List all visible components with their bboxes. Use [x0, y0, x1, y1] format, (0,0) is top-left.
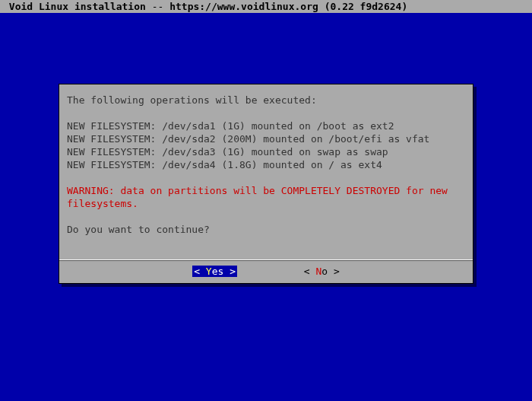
title-label: Void Linux installation [9, 1, 146, 12]
title-version: (0.22 f9d2624) [325, 1, 408, 12]
confirm-dialog: The following operations will be execute… [59, 84, 473, 284]
yes-button[interactable]: < Yes > [192, 266, 237, 277]
title-bar: Void Linux installation -- https://www.v… [0, 0, 532, 13]
dialog-body: The following operations will be execute… [59, 84, 473, 259]
continue-prompt: Do you want to continue? [67, 223, 465, 236]
intro-text: The following operations will be execute… [67, 94, 465, 107]
fs-line: NEW FILESYSTEM: /dev/sda4 (1.8G) mounted… [67, 158, 465, 171]
button-row: < Yes > < No > [59, 261, 473, 283]
title-sep: -- [146, 1, 169, 12]
fs-line: NEW FILESYSTEM: /dev/sda1 (1G) mounted o… [67, 119, 465, 132]
title-url: https://www.voidlinux.org [169, 1, 318, 12]
fs-line: NEW FILESYSTEM: /dev/sda3 (1G) mounted o… [67, 145, 465, 158]
fs-line: NEW FILESYSTEM: /dev/sda2 (200M) mounted… [67, 132, 465, 145]
no-button[interactable]: < No > [304, 266, 340, 277]
warning-text: WARNING: data on partitions will be COMP… [67, 184, 465, 210]
